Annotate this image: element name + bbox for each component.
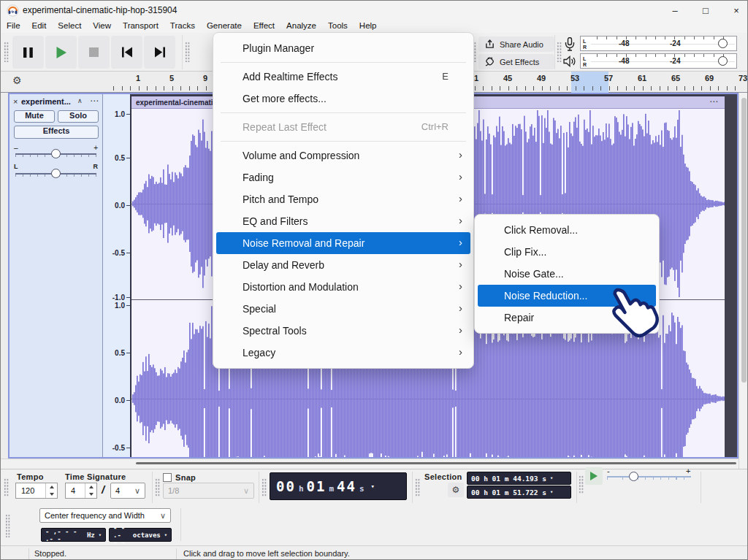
menu-item-eq-and-filters[interactable]: EQ and Filters› [213,210,473,232]
timeline-options-gear-icon[interactable]: ⚙ [12,74,22,86]
clip-menu-icon[interactable]: ⋯ [709,96,718,107]
effects-button[interactable]: Effects [14,126,99,139]
track-close-icon[interactable]: × [13,97,18,106]
menu-item-clip-fix[interactable]: Clip Fix... [475,241,659,263]
spin-down-icon[interactable] [50,493,54,496]
menu-item-plugin-manager[interactable]: Plugin Manager [213,37,473,59]
menu-item-add-realtime-effects[interactable]: Add Realtime EffectsE [213,66,473,88]
meter-toolbar-grip[interactable] [557,42,562,62]
snap-toolbar-grip[interactable] [155,478,161,497]
center-frequency-display[interactable]: - ,- - - .- - Hz ▾ [41,528,106,542]
caret-down-icon[interactable]: ▾ [371,483,375,490]
caret-down-icon[interactable]: ▾ [550,475,553,481]
recording-meter[interactable]: LR-48-24 [580,36,737,51]
timesig-numerator-spinner[interactable]: 4 [65,483,97,499]
selection-toolbar-grip[interactable] [415,478,421,497]
play-button[interactable] [45,36,77,69]
mute-button[interactable]: Mute [14,110,55,123]
menubar-item-edit[interactable]: Edit [26,20,53,31]
track-collapse-icon[interactable]: ∧ [77,97,83,104]
pan-slider-thumb[interactable] [51,169,61,178]
meter-end-knob[interactable] [718,56,728,66]
speaker-icon[interactable] [563,55,576,67]
play-speed-grip[interactable] [579,475,584,494]
selection-options-gear-icon[interactable]: ⚙ [448,483,464,497]
menubar-item-tools[interactable]: Tools [322,20,354,31]
tempo-spinner-arrows[interactable] [45,483,57,498]
snap-checkbox[interactable] [163,473,172,482]
spin-up-icon[interactable] [50,486,54,488]
timesig-denominator-combo[interactable]: 4 ∨ [110,483,145,499]
menu-item-spectral-tools[interactable]: Spectral Tools› [213,320,473,342]
selection-start-display[interactable]: 00 h 01 m 44.193 s ▾ [467,472,571,485]
skip-to-end-button[interactable] [144,36,175,69]
timeline-tick [206,86,207,91]
menu-item-fading[interactable]: Fading› [213,166,473,188]
menu-item-label: Repeat Last Effect [243,121,327,133]
caret-down-icon[interactable]: ▾ [164,532,167,538]
menu-item-pitch-and-tempo[interactable]: Pitch and Tempo› [213,188,473,210]
menubar-item-effect[interactable]: Effect [248,20,280,31]
menu-item-distortion-and-modulation[interactable]: Distortion and Modulation› [213,276,473,298]
caret-down-icon[interactable]: ▾ [99,532,102,538]
meter-end-knob[interactable] [718,39,728,48]
menu-item-special[interactable]: Special› [213,298,473,320]
maximize-button[interactable]: □ [695,4,717,18]
playback-meter[interactable]: LR-48-24 [580,53,737,69]
timeline-tick [584,86,584,91]
menu-item-noise-removal-and-repair[interactable]: Noise Removal and Repair› [216,232,470,254]
spectral-toolbar-grip[interactable] [5,514,11,537]
vertical-scrollbar-thumb[interactable] [741,98,747,383]
transport-toolbar-grip[interactable] [4,42,9,62]
tools-toolbar-grip[interactable] [185,42,191,62]
caret-down-icon[interactable]: ▾ [550,489,553,495]
speed-slider-thumb[interactable] [629,472,638,481]
menubar-item-transport[interactable]: Transport [117,20,164,31]
menubar-item-generate[interactable]: Generate [201,20,248,31]
horizontal-scrollbar[interactable] [1,459,739,469]
menubar-item-help[interactable]: Help [354,20,383,31]
menu-item-volume-and-compression[interactable]: Volume and Compression› [213,145,473,166]
menu-item-delay-and-reverb[interactable]: Delay and Reverb› [213,254,473,276]
solo-button[interactable]: Solo [58,110,99,123]
timesig-spinner-arrows[interactable] [85,483,96,498]
menubar-item-view[interactable]: View [87,20,117,31]
stop-button[interactable] [78,36,110,69]
horizontal-scrollbar-thumb[interactable] [136,462,736,464]
menu-item-legacy[interactable]: Legacy› [213,342,473,364]
menu-item-noise-gate[interactable]: Noise Gate... [475,263,659,285]
menu-item-click-removal[interactable]: Click Removal... [475,219,659,241]
minimize-button[interactable]: – [664,4,686,18]
track-menu-icon[interactable]: ⋯ [90,96,99,106]
time-display-grip[interactable] [262,478,267,497]
spin-up-icon[interactable] [89,486,94,488]
menubar-item-file[interactable]: File [1,20,26,31]
play-at-speed-button[interactable] [585,467,603,485]
vertical-scale-ruler[interactable]: 1.00.50.0-0.5-1.01.00.50.0-0.5 [103,94,131,457]
bandwidth-display[interactable]: - - .- - - octaves ▾ [109,528,172,542]
selection-end-display[interactable]: 00 h 01 m 51.722 s ▾ [467,486,571,499]
share-audio-button[interactable]: Share Audio [478,37,554,52]
pan-left-label: L [14,163,18,170]
menubar-item-analyze[interactable]: Analyze [280,20,322,31]
tempo-label: Tempo [17,472,44,481]
tempo-spinner[interactable]: 120 [15,483,58,499]
gain-slider-thumb[interactable] [51,149,61,158]
vertical-scrollbar[interactable] [739,93,748,469]
audio-position-display[interactable]: 00h01m44s ▾ [270,472,407,500]
pause-button[interactable] [12,36,44,69]
microphone-icon[interactable] [565,37,575,51]
menu-item-get-more-effects[interactable]: Get more effects... [213,88,473,110]
get-effects-button[interactable]: Get Effects [478,54,554,69]
spectral-selection-mode-combo[interactable]: Center frequency and Width ∨ [39,508,171,523]
menubar-item-tracks[interactable]: Tracks [164,20,201,31]
menubar-item-select[interactable]: Select [52,20,87,31]
spin-down-icon[interactable] [89,493,94,496]
skip-to-start-button[interactable] [111,36,142,69]
close-button[interactable]: × [725,4,747,18]
track-name[interactable]: experiment... [21,97,71,106]
time-toolbar-grip[interactable] [4,478,9,497]
toolbar-divider [152,472,153,503]
menu-item-repeat-last-effect[interactable]: Repeat Last EffectCtrl+R [213,116,473,138]
snap-interval-combo[interactable]: 1/8 ∨ [163,483,254,499]
